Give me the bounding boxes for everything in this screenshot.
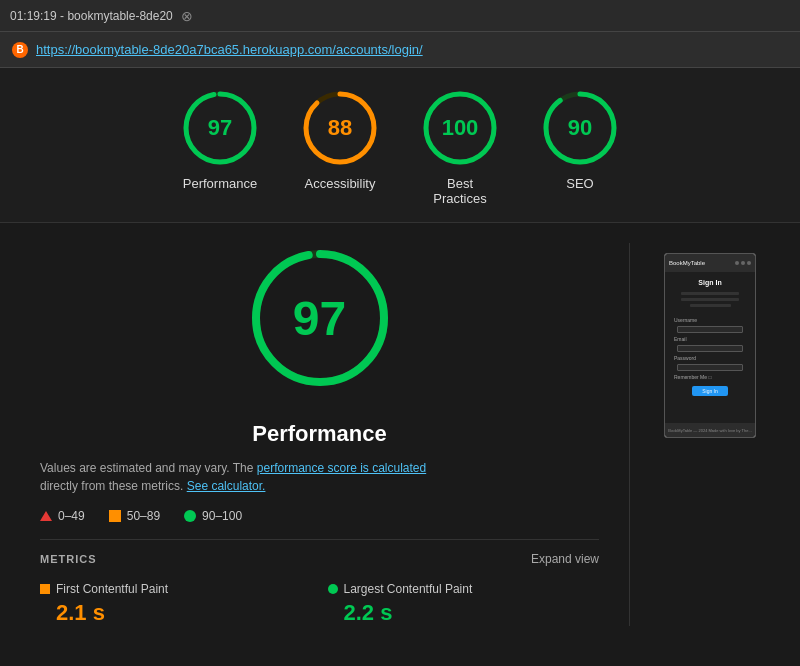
accessibility-score: 88 <box>328 115 352 141</box>
dot-2 <box>741 261 745 265</box>
screenshot-header: BookMyTable <box>665 254 755 272</box>
page-screenshot: BookMyTable Sign In Username Email Passw… <box>664 253 756 438</box>
vertical-divider <box>629 243 630 626</box>
seo-circle: 90 <box>540 88 620 168</box>
fcp-status-icon <box>40 584 50 594</box>
screenshot-app-title: BookMyTable <box>669 260 705 266</box>
ss-sign-in-button: Sign In <box>692 386 728 396</box>
calculator-link[interactable]: See calculator. <box>187 479 266 493</box>
dot-3 <box>747 261 751 265</box>
fcp-header: First Contentful Paint <box>40 582 312 596</box>
ss-text-1 <box>681 292 738 295</box>
lcp-value: 2.2 s <box>344 600 600 626</box>
accessibility-circle: 88 <box>300 88 380 168</box>
info-prefix: Values are estimated and may vary. The <box>40 461 257 475</box>
legend-high-range: 90–100 <box>202 509 242 523</box>
top-bar: 01:19:19 - bookmytable-8de20 ⊗ <box>0 0 800 32</box>
ss-password-input <box>677 364 743 371</box>
dot-1 <box>735 261 739 265</box>
ss-email-label: Email <box>674 336 687 342</box>
score-best-practices[interactable]: 100 BestPractices <box>420 88 500 206</box>
performance-score: 97 <box>208 115 232 141</box>
lcp-header: Largest Contentful Paint <box>328 582 600 596</box>
perf-score-link[interactable]: performance score is calculated <box>257 461 426 475</box>
lcp-name: Largest Contentful Paint <box>344 582 473 596</box>
scores-section: 97 Performance 88 Accessibility 100 Best… <box>0 68 800 223</box>
square-icon <box>109 510 121 522</box>
main-content: 97 Performance Values are estimated and … <box>0 223 800 646</box>
metric-fcp: First Contentful Paint 2.1 s <box>40 582 312 626</box>
stop-icon[interactable]: ⊗ <box>181 8 193 24</box>
best-practices-score: 100 <box>442 115 479 141</box>
info-middle: directly from these metrics. <box>40 479 187 493</box>
ss-username-input <box>677 326 743 333</box>
ss-text-3 <box>690 304 731 307</box>
legend-mid: 50–89 <box>109 509 160 523</box>
big-circle-container: 97 <box>40 243 599 405</box>
top-bar-title: 01:19:19 - bookmytable-8de20 <box>10 9 173 23</box>
big-performance-score: 97 <box>293 291 346 346</box>
score-seo[interactable]: 90 SEO <box>540 88 620 206</box>
screenshot-body: Sign In Username Email Password Remember… <box>665 272 755 423</box>
legend-low: 0–49 <box>40 509 85 523</box>
left-panel: 97 Performance Values are estimated and … <box>40 243 599 626</box>
score-performance[interactable]: 97 Performance <box>180 88 260 206</box>
triangle-icon <box>40 511 52 521</box>
legend-low-range: 0–49 <box>58 509 85 523</box>
circle-icon <box>184 510 196 522</box>
lcp-status-icon <box>328 584 338 594</box>
ss-sign-in-title: Sign In <box>698 279 721 286</box>
ss-text-2 <box>681 298 738 301</box>
metrics-label: METRICS <box>40 553 97 565</box>
ss-email-input <box>677 345 743 352</box>
address-url[interactable]: https://bookmytable-8de20a7bca65.herokua… <box>36 42 423 57</box>
score-accessibility[interactable]: 88 Accessibility <box>300 88 380 206</box>
ss-username-label: Username <box>674 317 697 323</box>
expand-view-button[interactable]: Expand view <box>531 552 599 566</box>
favicon: B <box>12 42 28 58</box>
legend: 0–49 50–89 90–100 <box>40 509 599 523</box>
ss-remember-me: Remember Me □ <box>674 374 711 380</box>
best-practices-label: BestPractices <box>433 176 486 206</box>
metrics-section: METRICS Expand view First Contentful Pai… <box>40 539 599 626</box>
performance-circle: 97 <box>180 88 260 168</box>
best-practices-circle: 100 <box>420 88 500 168</box>
screenshot-menu-dots <box>735 261 751 265</box>
fcp-name: First Contentful Paint <box>56 582 168 596</box>
legend-mid-range: 50–89 <box>127 509 160 523</box>
accessibility-label: Accessibility <box>305 176 376 191</box>
performance-title: Performance <box>40 421 599 447</box>
ss-password-label: Password <box>674 355 696 361</box>
metrics-grid: First Contentful Paint 2.1 s Largest Con… <box>40 582 599 626</box>
legend-high: 90–100 <box>184 509 242 523</box>
address-bar: B https://bookmytable-8de20a7bca65.herok… <box>0 32 800 68</box>
metrics-header: METRICS Expand view <box>40 552 599 566</box>
metric-lcp: Largest Contentful Paint 2.2 s <box>328 582 600 626</box>
performance-label: Performance <box>183 176 257 191</box>
screenshot-footer-text: BookMyTable — 2024 Made with love by The… <box>668 428 752 433</box>
seo-score: 90 <box>568 115 592 141</box>
screenshot-footer: BookMyTable — 2024 Made with love by The… <box>665 423 755 437</box>
big-performance-circle: 97 <box>245 243 395 393</box>
right-panel: BookMyTable Sign In Username Email Passw… <box>660 243 760 626</box>
fcp-value: 2.1 s <box>56 600 312 626</box>
seo-label: SEO <box>566 176 593 191</box>
info-text: Values are estimated and may vary. The p… <box>40 459 460 495</box>
